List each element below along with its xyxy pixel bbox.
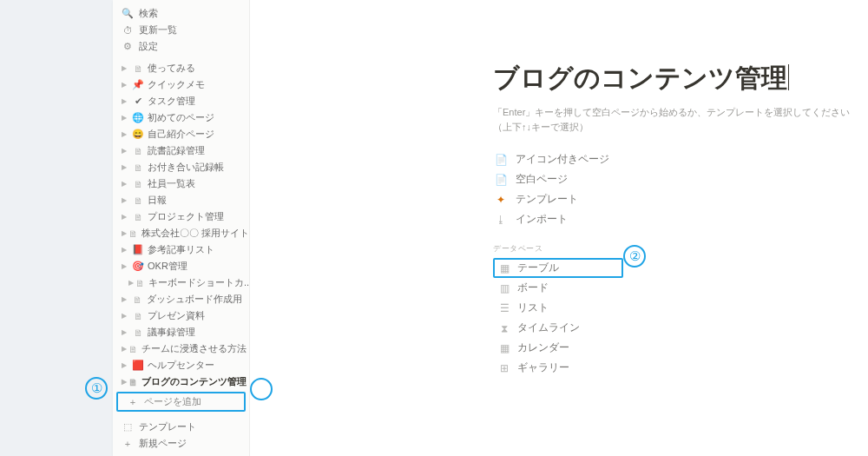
sidebar-page-item[interactable]: ▶🎯OKR管理 [113, 258, 249, 274]
disclosure-triangle-icon[interactable]: ▶ [122, 163, 130, 171]
sidebar-page-item[interactable]: ▶🗎日報 [113, 192, 249, 208]
page-emoji: 📕 [132, 244, 144, 255]
page-icon: 🗎 [132, 212, 144, 222]
page-with-icon-option[interactable]: 📄アイコン付きページ [493, 149, 868, 169]
page-emoji: ✔ [132, 96, 144, 107]
database-options: ▦テーブル▥ボード☰リスト⧗タイムライン▦カレンダー⊞ギャラリー [493, 258, 868, 378]
db-list-label: リスト [517, 301, 549, 315]
page-title[interactable]: ブログのコンテンツ管理 [493, 61, 789, 96]
sidebar-new-page[interactable]: +新規ページ [113, 435, 249, 452]
sidebar-search[interactable]: 🔍検索 [113, 5, 249, 22]
page-emoji: 🌐 [132, 112, 144, 123]
page-emoji: 😄 [132, 129, 144, 140]
templates-option-icon: ✦ [493, 194, 509, 206]
import-icon: ⭳ [493, 214, 509, 226]
page-icon: 🗎 [132, 311, 144, 321]
sidebar-page-label: 参考記事リスト [148, 243, 214, 256]
sidebar-page-item[interactable]: ▶🗎議事録管理 [113, 324, 249, 340]
disclosure-triangle-icon[interactable]: ▶ [122, 130, 130, 138]
disclosure-triangle-icon[interactable]: ▶ [122, 328, 130, 336]
sidebar-page-label: OKR管理 [148, 260, 187, 273]
sidebar-settings[interactable]: ⚙設定 [113, 38, 249, 55]
text-cursor [788, 64, 789, 90]
disclosure-triangle-icon[interactable]: ▶ [122, 361, 130, 369]
sidebar-page-label: ダッシュボード作成用 [147, 293, 242, 306]
sidebar-page-item[interactable]: ▶🗎ダッシュボード作成用 [113, 291, 249, 307]
sidebar-updates-label: 更新一覧 [139, 23, 177, 36]
add-page-label: ページを追加 [144, 395, 201, 408]
disclosure-triangle-icon[interactable]: ▶ [122, 114, 130, 122]
db-timeline-label: タイムライン [517, 321, 580, 335]
db-list-option[interactable]: ☰リスト [493, 298, 623, 318]
templates-option-option[interactable]: ✦テンプレート [493, 189, 868, 209]
page-subtitle: 「Enter」キーを押して空白ページから始めるか、テンプレートを選択してください… [493, 105, 868, 134]
disclosure-triangle-icon[interactable]: ▶ [122, 378, 127, 386]
disclosure-triangle-icon[interactable]: ▶ [128, 279, 134, 287]
db-gallery-option[interactable]: ⊞ギャラリー [493, 358, 623, 378]
disclosure-triangle-icon[interactable]: ▶ [122, 64, 130, 72]
sidebar-page-item[interactable]: ▶🌐初めてのページ [113, 109, 249, 126]
empty-page-label: 空白ページ [516, 172, 568, 187]
db-board-label: ボード [517, 281, 549, 295]
sidebar-page-label: 初めてのページ [148, 111, 214, 124]
sidebar-page-label: 社員一覧表 [148, 177, 195, 190]
sidebar-page-item[interactable]: ▶🗎お付き合い記録帳 [113, 159, 249, 175]
sidebar-page-label: プレゼン資料 [148, 309, 205, 322]
disclosure-triangle-icon[interactable]: ▶ [122, 262, 130, 270]
sidebar-page-label: 自己紹介ページ [148, 128, 214, 141]
import-option[interactable]: ⭳インポート [493, 209, 868, 229]
disclosure-triangle-icon[interactable]: ▶ [122, 312, 130, 320]
sidebar-new-page-label: 新規ページ [139, 437, 187, 450]
sidebar-page-item[interactable]: ▶😄自己紹介ページ [113, 126, 249, 142]
add-page-button[interactable]: + ページを追加 [116, 392, 246, 412]
db-gallery-icon: ⊞ [496, 362, 512, 374]
sidebar-updates[interactable]: ⏱更新一覧 [113, 22, 249, 38]
empty-page-option[interactable]: 📄空白ページ [493, 169, 868, 189]
sidebar-page-label: お付き合い記録帳 [148, 161, 224, 174]
db-gallery-label: ギャラリー [517, 360, 569, 375]
sidebar-page-item[interactable]: ▶🗎株式会社〇〇 採用サイト [113, 225, 249, 241]
sidebar-templates[interactable]: ⬚テンプレート [113, 419, 249, 435]
disclosure-triangle-icon[interactable]: ▶ [122, 229, 127, 237]
db-list-icon: ☰ [496, 302, 512, 314]
sidebar-page-label: キーボードショートカ... [148, 276, 249, 289]
disclosure-triangle-icon[interactable]: ▶ [122, 213, 130, 221]
db-timeline-option[interactable]: ⧗タイムライン [493, 318, 623, 338]
sidebar-page-label: 議事録管理 [148, 326, 195, 339]
sidebar-page-item[interactable]: ▶🗎プレゼン資料 [113, 307, 249, 324]
db-table-option[interactable]: ▦テーブル [493, 258, 623, 278]
sidebar-page-item[interactable]: ▶📕参考記事リスト [113, 241, 249, 258]
page-icon: 🗎 [128, 228, 138, 239]
sidebar-page-item[interactable]: ▶🗎社員一覧表 [113, 175, 249, 192]
disclosure-triangle-icon[interactable]: ▶ [122, 295, 130, 303]
sidebar-page-label: 読書記録管理 [148, 144, 205, 157]
page-icon: 🗎 [132, 327, 144, 338]
sidebar-page-item[interactable]: ▶🗎チームに浸透させる方法 [113, 340, 249, 357]
sidebar-page-item[interactable]: ▶📌クイックメモ [113, 76, 249, 93]
sidebar-settings-label: 設定 [139, 40, 158, 53]
sidebar-page-item[interactable]: ▶🗎プロジェクト管理 [113, 208, 249, 225]
disclosure-triangle-icon[interactable]: ▶ [122, 345, 127, 353]
sidebar-page-item[interactable]: ▶🗎ブログのコンテンツ管理 [113, 373, 249, 390]
db-board-option[interactable]: ▥ボード [493, 278, 623, 298]
templates-icon: ⬚ [122, 421, 134, 433]
sidebar-page-item[interactable]: ▶🟥ヘルプセンター [113, 357, 249, 373]
sidebar-page-item[interactable]: ▶🗎読書記録管理 [113, 142, 249, 159]
db-table-label: テーブル [517, 261, 559, 275]
disclosure-triangle-icon[interactable]: ▶ [122, 246, 130, 254]
sidebar-page-item[interactable]: ▶✔タスク管理 [113, 93, 249, 109]
disclosure-triangle-icon[interactable]: ▶ [122, 147, 130, 155]
disclosure-triangle-icon[interactable]: ▶ [122, 196, 130, 204]
database-section-label: データベース [493, 243, 868, 254]
page-with-icon-icon: 📄 [493, 154, 509, 166]
annotation-2: ② [623, 245, 646, 268]
updates-icon: ⏱ [122, 25, 134, 36]
db-calendar-option[interactable]: ▦カレンダー [493, 338, 623, 358]
sidebar-page-item[interactable]: ▶🗎キーボードショートカ... [113, 274, 249, 291]
disclosure-triangle-icon[interactable]: ▶ [122, 81, 130, 89]
new-page-icon: + [122, 439, 134, 449]
sidebar-page-item[interactable]: ▶🗎使ってみる [113, 60, 249, 76]
disclosure-triangle-icon[interactable]: ▶ [122, 180, 130, 188]
app-window: 🔍検索⏱更新一覧⚙設定 ▶🗎使ってみる▶📌クイックメモ▶✔タスク管理▶🌐初めての… [113, 0, 868, 456]
disclosure-triangle-icon[interactable]: ▶ [122, 97, 130, 105]
